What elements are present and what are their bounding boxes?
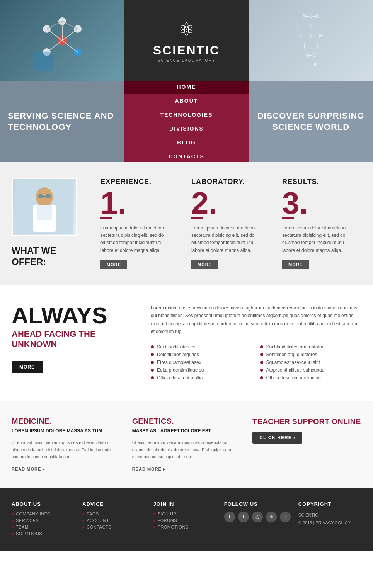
footer-about-us: ABOUT US COMPANY INFO SERVICES TEAM SOLU…: [12, 501, 75, 538]
bullet-icon: [153, 513, 155, 515]
footer-follow-title: FOLLOW US: [224, 501, 291, 507]
genetics-card-text: Ut enim ad minim veniam, quis nostrud ex…: [132, 439, 241, 461]
hero-cell-chemistry: N—C—O | | | C N H | | O—C ☛: [249, 0, 373, 81]
googleplus-icon[interactable]: +: [280, 512, 291, 522]
chemistry-visual: N—C—O | | | C N H | | O—C ☛: [249, 0, 373, 81]
hero-cell-discover: DISCOVER SURPRISING SCIENCE WORLD: [249, 81, 373, 162]
facebook-icon[interactable]: f: [238, 512, 249, 522]
always-list-left: Sui blanditlistes es Delenitimos atqudes…: [151, 343, 252, 382]
medicine-read-more[interactable]: READ MORE ▸: [12, 467, 45, 471]
svg-rect-17: [37, 205, 52, 220]
list-text: Ataprdentimilique suincupaqi: [266, 367, 325, 373]
footer-faqs[interactable]: FAQS: [82, 512, 145, 516]
rss-icon[interactable]: ⊕: [266, 512, 277, 522]
medicine-card: MEDICINE. LOREM IPSUM DOLORE MASSA AS TU…: [12, 417, 121, 472]
nav-home[interactable]: HOME: [124, 81, 249, 94]
bullet-icon: [12, 526, 14, 528]
cards-section: MEDICINE. LOREM IPSUM DOLORE MASSA AS TU…: [0, 401, 373, 488]
list-bullet: [260, 369, 263, 372]
always-section: ALWAYS AHEAD FACING THE UNKNOWN MORE Lor…: [0, 285, 373, 401]
list-text: Officia deserunt mollia: [157, 375, 203, 381]
results-text: Lorem ipsum dolor sit ametcon-sectetura …: [282, 224, 358, 254]
click-here-button[interactable]: CLICK HERE ›: [252, 432, 302, 444]
footer-company-info[interactable]: COMPANY INFO: [12, 512, 75, 516]
footer-join-in: JOIN IN SIGN UP FORUMS PROMOTIONS: [153, 501, 216, 538]
footer-signup[interactable]: SIGN UP: [153, 512, 216, 516]
nav-divisions[interactable]: DIVISIONS: [124, 122, 249, 136]
nav-blog[interactable]: BLOG: [124, 136, 249, 150]
bullet-icon: [153, 526, 155, 528]
nav-about[interactable]: ABOUT: [124, 94, 249, 108]
list-bullet: [260, 353, 263, 356]
list-text: Etres quamolestiasex: [157, 360, 201, 365]
list-bullet: [151, 376, 154, 379]
what-we-offer-title: WHAT WE OFFER:: [12, 245, 89, 268]
serving-text: SERVING SCIENCE AND TECHNOLOGY: [8, 110, 117, 133]
list-item: Delenitimos atqudes: [151, 351, 252, 359]
offer-grid: WHAT WE OFFER: EXPERIENCE. 1. Lorem ipsu…: [12, 178, 361, 269]
always-list-right: Sui blanditlistes praeuptatum Senitimos …: [260, 343, 362, 382]
offer-left: WHAT WE OFFER:: [12, 178, 89, 269]
always-right: Lorem ipsum eos et accusamu dolore massa…: [151, 304, 361, 382]
always-title: ALWAYS: [12, 304, 135, 327]
results-number: 3.: [282, 188, 358, 219]
experience-more-btn[interactable]: MORE: [100, 260, 127, 269]
list-item: Senitimos atququdolores: [260, 351, 362, 359]
footer-account[interactable]: ACCOUNT: [82, 518, 145, 523]
laboratory-text: Lorem ipsum dolor sit ametcon-sectetura …: [191, 224, 267, 254]
svg-line-6: [47, 29, 62, 41]
list-bullet: [260, 376, 263, 379]
social-icons: t f ◎ ⊕ +: [224, 512, 291, 522]
list-item: Sui blanditlistes praeuptatum: [260, 343, 362, 351]
hero-grid: ⚛ SCIENTIC SCIENCE LABORATORY N—C—O | | …: [0, 0, 373, 162]
footer-solutions[interactable]: SOLUTIONS: [12, 531, 75, 536]
privacy-policy-link[interactable]: PRIVACY POLICY: [315, 520, 351, 525]
list-text: Sui blanditlistes praeuptatum: [266, 344, 326, 350]
hero-cell-logo: ⚛ SCIENTIC SCIENCE LABORATORY: [124, 0, 249, 81]
svg-rect-13: [33, 52, 53, 71]
genetics-card: GENETICS. MASSA AS LAOREET DOLORE EST Ut…: [132, 417, 241, 472]
always-lists: Sui blanditlistes es Delenitimos atqudes…: [151, 343, 361, 382]
twitter-icon[interactable]: t: [224, 512, 235, 522]
laboratory-more-btn[interactable]: MORE: [191, 260, 218, 269]
offer-col-results: RESULTS. 3. Lorem ipsum dolor sit ametco…: [278, 178, 361, 269]
scientist-photo: [12, 178, 77, 236]
medicine-card-subtitle: LOREM IPSUM DOLORE MASSA AS TUM: [12, 428, 121, 434]
footer-services[interactable]: SERVICES: [12, 518, 75, 523]
list-text: Squamolestiasexceuri sint: [266, 360, 320, 365]
nav-technologies[interactable]: TECHNOLOGIES: [124, 108, 249, 122]
copyright-year: © 2013 |: [298, 520, 316, 525]
formula-text: N—C—O | | | C N H | | O—C ☛: [292, 7, 329, 73]
hero-cell-nav[interactable]: HOME ABOUT TECHNOLOGIES DIVISIONS BLOG C…: [124, 81, 249, 162]
footer-contacts[interactable]: CONTACTS: [82, 525, 145, 529]
svg-line-8: [47, 41, 62, 52]
footer-promotions[interactable]: PROMOTIONS: [153, 525, 216, 529]
laboratory-number: 2.: [191, 188, 267, 219]
list-item: Ataprdentimilique suincupaqi: [260, 366, 362, 374]
bullet-icon: [82, 520, 84, 522]
list-item: Squamolestiasexceuri sint: [260, 359, 362, 366]
offer-col-experience: EXPERIENCE. 1. Lorem ipsum dolor sit ame…: [97, 178, 180, 269]
nav-contacts[interactable]: CONTACTS: [124, 150, 249, 162]
always-more-btn[interactable]: MORE: [12, 361, 43, 373]
flickr-icon[interactable]: ◎: [252, 512, 263, 522]
list-item: Etres quamolestiasex: [151, 359, 252, 366]
bullet-icon: [12, 520, 14, 522]
bullet-icon: [12, 513, 14, 515]
hero-cell-molecule: [0, 0, 124, 81]
bullet-icon: [82, 513, 84, 515]
molecule-visual: [0, 0, 124, 81]
copyright-brand: SCIENTIC: [298, 513, 318, 517]
list-item: Officia deserunt mollianimit: [260, 374, 362, 382]
atom-icon: ⚛: [178, 19, 195, 40]
list-text: Sui blanditlistes es: [157, 344, 195, 350]
genetics-card-title: GENETICS.: [132, 417, 241, 426]
results-more-btn[interactable]: MORE: [282, 260, 309, 269]
footer-forums[interactable]: FORUMS: [153, 518, 216, 523]
genetics-read-more[interactable]: READ MORE ▸: [132, 467, 166, 471]
footer-join-title: JOIN IN: [153, 501, 216, 507]
footer-team[interactable]: TEAM: [12, 525, 75, 529]
footer-advice-title: ADVICE: [82, 501, 145, 507]
list-text: Senitimos atququdolores: [266, 352, 317, 357]
list-item: Sui blanditlistes es: [151, 343, 252, 351]
